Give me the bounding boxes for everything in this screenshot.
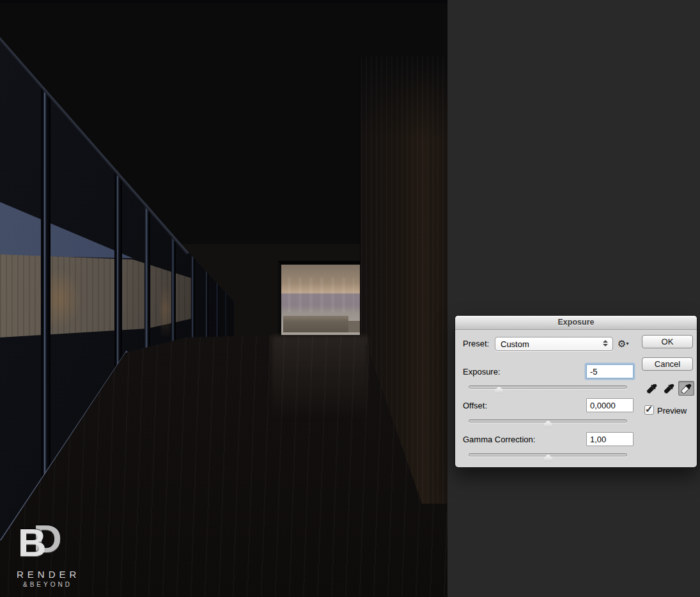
eyedropper-icon xyxy=(663,382,676,394)
watermark-logo: D B RENDER &BEYOND xyxy=(17,518,100,588)
offset-input[interactable] xyxy=(586,398,634,412)
exposure-dialog: Exposure Preset: Custom ⚙▾ OK Cancel Exp… xyxy=(455,316,697,467)
preset-label: Preset: xyxy=(463,339,489,348)
rendered-image-canvas[interactable]: D B RENDER &BEYOND xyxy=(0,0,447,597)
ok-button[interactable]: OK xyxy=(642,335,693,348)
dropdown-arrows-icon xyxy=(603,340,608,346)
image-top-edge xyxy=(0,0,447,3)
exposure-label: Exposure: xyxy=(463,367,501,376)
preset-options-button[interactable]: ⚙▾ xyxy=(618,337,634,350)
dialog-body: Preset: Custom ⚙▾ OK Cancel Exposure: Of… xyxy=(455,330,697,467)
offset-label: Offset: xyxy=(463,401,487,410)
preview-checkbox[interactable]: ✓ xyxy=(644,405,654,415)
eyedropper-icon xyxy=(680,382,693,394)
preset-dropdown[interactable]: Custom xyxy=(495,337,613,351)
gear-icon: ⚙ xyxy=(618,338,626,350)
logo-monogram: D B xyxy=(17,518,100,566)
dialog-titlebar[interactable]: Exposure xyxy=(455,316,697,330)
exposure-input[interactable] xyxy=(586,364,634,378)
eyedropper-icon xyxy=(646,382,658,394)
preset-selected-value: Custom xyxy=(501,339,529,349)
gamma-input[interactable] xyxy=(586,432,634,446)
checkmark-icon: ✓ xyxy=(645,403,653,415)
black-point-eyedropper-button[interactable] xyxy=(644,381,660,396)
white-point-eyedropper-button[interactable] xyxy=(678,381,694,396)
gray-point-eyedropper-button[interactable] xyxy=(661,381,677,396)
caret-down-icon: ▾ xyxy=(626,341,628,346)
logo-letter-b: B xyxy=(18,523,47,562)
dialog-title: Exposure xyxy=(558,318,595,327)
logo-text-render: RENDER xyxy=(17,569,100,580)
cancel-button[interactable]: Cancel xyxy=(642,357,693,371)
photoshop-workspace: D B RENDER &BEYOND Exposure Preset: Cust… xyxy=(0,0,700,597)
preview-label: Preview xyxy=(657,406,687,415)
gamma-label: Gamma Correction: xyxy=(463,435,535,444)
exposure-slider-track[interactable] xyxy=(469,385,627,389)
terrace-platform xyxy=(283,316,348,332)
logo-text-beyond: &BEYOND xyxy=(23,581,100,588)
window-floor-reflection xyxy=(272,336,368,422)
